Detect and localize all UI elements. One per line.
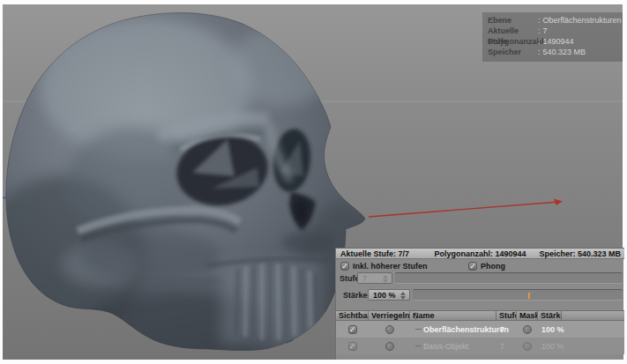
- sichtbar-checkbox[interactable]: ✓: [348, 325, 357, 334]
- stufe-stepper[interactable]: 7: [357, 272, 392, 284]
- layer-staerke[interactable]: 100 %: [541, 325, 564, 334]
- maske-toggle[interactable]: [523, 342, 532, 351]
- maske-toggle[interactable]: [523, 325, 532, 334]
- verriegeln-toggle[interactable]: [385, 325, 394, 334]
- hud-value: 7: [543, 26, 548, 36]
- stepper-arrows-icon[interactable]: [399, 292, 406, 300]
- verriegeln-toggle[interactable]: [385, 342, 394, 351]
- skull-model[interactable]: [3, 13, 379, 360]
- stepper-arrows-icon[interactable]: [382, 275, 388, 283]
- layer-name[interactable]: Basis-Objekt: [423, 342, 468, 351]
- hud-label: Speicher: [488, 47, 538, 57]
- inkl-hoeherer-stufen-checkbox[interactable]: ✓: [340, 262, 349, 271]
- layer-staerke[interactable]: 100 %: [541, 342, 564, 351]
- hud-row-speicher: Speicher : 540.323 MB: [488, 47, 623, 57]
- inkl-hoeherer-stufen-label: Inkl. höherer Stufen: [353, 262, 428, 271]
- staerke-slider[interactable]: [413, 289, 623, 301]
- sculpt-layers-panel: Aktuelle Stufe: 7/7 Polygonanzahl: 14909…: [335, 248, 623, 360]
- slider-tick-marker[interactable]: [528, 293, 530, 299]
- hud-label: Aktuelle Stufe: [488, 26, 538, 36]
- stufe-row: Stufe 7: [336, 272, 624, 286]
- sculpting-app-window: { "colors": { "viewport_top": "#979797",…: [0, 0, 627, 364]
- hud-row-polygonanzahl: Polygonanzahl : 1490944: [488, 36, 623, 47]
- staerke-stepper[interactable]: 100 %: [368, 289, 410, 301]
- staerke-label: Stärke: [343, 291, 368, 300]
- hud-value: 1490944: [543, 36, 574, 47]
- table-row-basis-objekt[interactable]: ✓ Basis-Objekt 7 100 %: [336, 338, 624, 354]
- hud-row-ebene: Ebene : Oberflächenstrukturen: [488, 15, 623, 26]
- tree-branch-icon: [415, 345, 422, 346]
- stufe-slider[interactable]: [395, 272, 623, 284]
- phong-label: Phong: [481, 262, 505, 271]
- tree-branch-icon: [415, 329, 422, 330]
- options-row: ✓ Inkl. höherer Stufen ✓ Phong: [336, 259, 624, 272]
- staerke-row: Stärke 100 %: [336, 289, 624, 302]
- layer-info-overlay: Ebene : Oberflächenstrukturen Aktuelle S…: [482, 12, 623, 62]
- x-axis-line[interactable]: [369, 199, 563, 218]
- hud-value: Oberflächenstrukturen: [543, 15, 622, 26]
- table-row-oberflaechenstrukturen[interactable]: ✓ Oberflächenstrukturen 7 100 %: [336, 321, 624, 338]
- hud-label: Ebene: [488, 15, 538, 26]
- phong-checkbox[interactable]: ✓: [468, 262, 477, 271]
- layers-table: Sichtbar Verriegeln Name Stufe Maske Stä…: [336, 310, 624, 360]
- staerke-value: 100 %: [373, 291, 396, 300]
- inkl-hoeherer-stufen-option: ✓ Inkl. höherer Stufen: [340, 259, 428, 272]
- hud-label: Polygonanzahl: [488, 36, 538, 47]
- status-speicher: Speicher: 540.323 MB: [539, 249, 621, 258]
- layer-stufe: 7: [500, 342, 504, 351]
- hud-row-aktuelle-stufe: Aktuelle Stufe : 7: [488, 26, 623, 36]
- sichtbar-checkbox[interactable]: ✓: [348, 342, 357, 351]
- layer-stufe: 7: [500, 325, 504, 334]
- hud-value: 540.323 MB: [543, 47, 586, 57]
- stufe-value: 7: [362, 274, 367, 283]
- phong-option: ✓ Phong: [468, 259, 505, 272]
- panel-status-bar: Aktuelle Stufe: 7/7 Polygonanzahl: 14909…: [336, 248, 624, 259]
- layers-table-header: Sichtbar Verriegeln Name Stufe Maske Stä…: [336, 310, 624, 321]
